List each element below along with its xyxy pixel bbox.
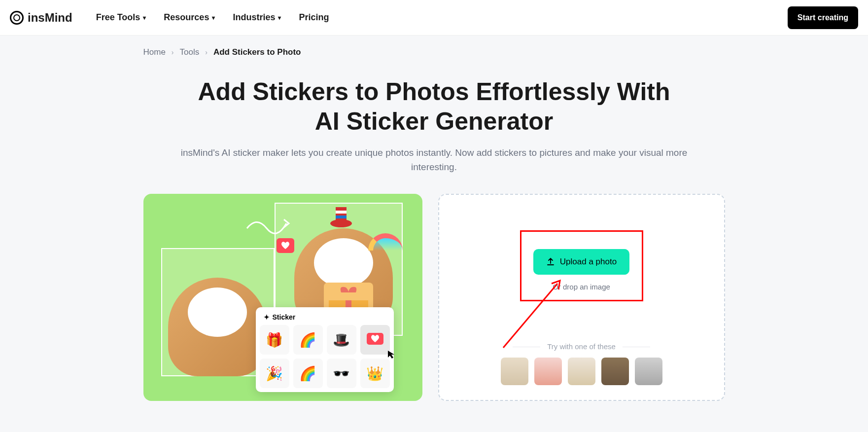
page-container: Home › Tools › Add Stickers to Photo Add… [65, 36, 804, 421]
nav-label: Resources [164, 12, 209, 23]
main-nav: Free Tools ▾ Resources ▾ Industries ▾ Pr… [96, 12, 329, 23]
svg-rect-1 [336, 211, 347, 214]
svg-rect-2 [336, 216, 347, 218]
annotation-arrow-icon [498, 274, 567, 353]
chevron-right-icon: › [205, 48, 208, 56]
start-creating-button[interactable]: Start creating [788, 6, 858, 29]
samples-section: Try with one of these [454, 342, 709, 385]
page-title: Add Stickers to Photos Effortlessly With… [188, 77, 681, 136]
nav-industries[interactable]: Industries ▾ [233, 12, 281, 23]
logo[interactable]: insMind [10, 11, 72, 25]
hat-sticker-icon [329, 205, 353, 229]
chevron-down-icon: ▾ [212, 14, 215, 21]
sticker-crown[interactable]: 👑 [360, 359, 390, 388]
sample-thumb-5[interactable] [635, 358, 662, 385]
popup-header: ✦ Sticker [260, 311, 390, 325]
chevron-right-icon: › [172, 48, 174, 56]
sticker-gift[interactable]: 🎁 [260, 325, 289, 355]
cursor-icon [387, 350, 397, 360]
sample-thumb-2[interactable] [534, 358, 562, 385]
dog-image-before [168, 278, 267, 376]
logo-text: insMind [28, 11, 72, 25]
sample-thumb-3[interactable] [568, 358, 595, 385]
demo-panel: ✦ Sticker 🎁 🌈 🎩 🎉 🌈 🕶️ 👑 [143, 194, 422, 401]
sticker-hat[interactable]: 🎩 [327, 325, 356, 355]
sticker-confetti[interactable]: 🎉 [260, 359, 289, 388]
sticker-popup: ✦ Sticker 🎁 🌈 🎩 🎉 🌈 🕶️ 👑 [256, 307, 394, 392]
samples-row [501, 358, 662, 385]
logo-icon [10, 11, 24, 25]
nav-pricing[interactable]: Pricing [299, 12, 329, 23]
sticker-heart[interactable] [360, 325, 390, 355]
sparkle-icon: ✦ [264, 313, 270, 321]
site-header: insMind Free Tools ▾ Resources ▾ Industr… [0, 0, 868, 36]
page-subtitle: insMind's AI sticker maker lets you crea… [173, 146, 695, 174]
breadcrumb-home[interactable]: Home [143, 47, 166, 57]
svg-point-3 [330, 219, 352, 227]
nav-free-tools[interactable]: Free Tools ▾ [96, 12, 146, 23]
nav-label: Pricing [299, 12, 329, 23]
breadcrumb: Home › Tools › Add Stickers to Photo [143, 47, 725, 57]
upload-panel[interactable]: Upload a photo Or drop an image Try with… [438, 194, 725, 401]
sticker-glasses[interactable]: 🕶️ [327, 359, 356, 388]
chevron-down-icon: ▾ [278, 14, 281, 21]
chevron-down-icon: ▾ [143, 14, 146, 21]
svg-line-8 [503, 284, 557, 348]
sticker-rainbow-alt[interactable]: 🌈 [293, 359, 323, 388]
sticker-rainbow[interactable]: 🌈 [293, 325, 323, 355]
sticker-grid: 🎁 🌈 🎩 🎉 🌈 🕶️ 👑 [260, 325, 390, 388]
sample-thumb-4[interactable] [601, 358, 629, 385]
heart-bubble-icon [277, 238, 294, 253]
popup-title: Sticker [273, 313, 296, 321]
nav-resources[interactable]: Resources ▾ [164, 12, 215, 23]
breadcrumb-current: Add Stickers to Photo [213, 47, 301, 57]
nav-label: Industries [233, 12, 275, 23]
nav-label: Free Tools [96, 12, 140, 23]
breadcrumb-tools[interactable]: Tools [180, 47, 200, 57]
sample-thumb-1[interactable] [501, 358, 528, 385]
samples-label: Try with one of these [547, 342, 616, 351]
panels-row: ✦ Sticker 🎁 🌈 🎩 🎉 🌈 🕶️ 👑 [143, 194, 725, 401]
svg-rect-6 [326, 292, 371, 300]
